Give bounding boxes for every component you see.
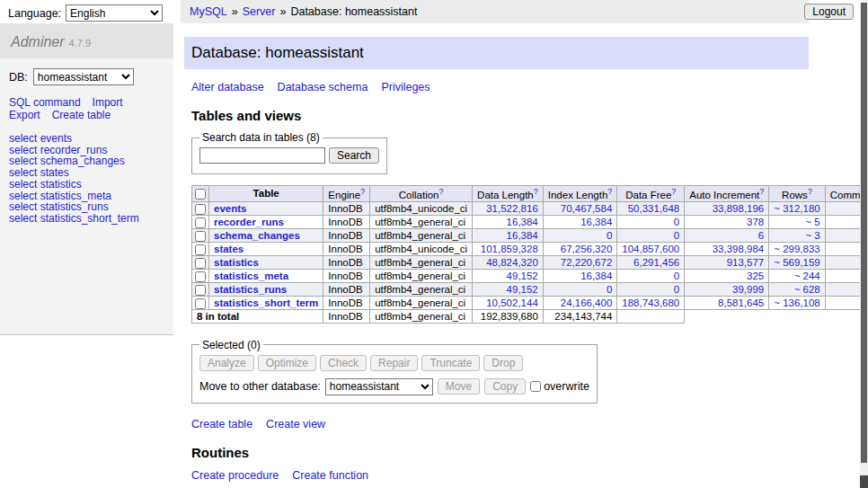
db-link-privileges[interactable]: Privileges xyxy=(381,81,430,93)
cell-rows-link[interactable]: ~ 3 xyxy=(805,230,819,241)
cell-data-free-cell: 188,743,680 xyxy=(617,296,685,309)
cell-data-length-link[interactable]: 49,152 xyxy=(507,284,538,295)
breadcrumb-server-link[interactable]: Server xyxy=(243,5,276,18)
cell-data-free-link[interactable]: 6,291,456 xyxy=(633,257,679,268)
truncate-button[interactable]: Truncate xyxy=(421,355,480,371)
move-db-select[interactable]: homeassistant xyxy=(325,378,433,395)
analyze-button[interactable]: Analyze xyxy=(199,355,254,371)
cell-auto-increment-link[interactable]: 39,999 xyxy=(732,284,764,295)
row-checkbox-statistics-short-term[interactable] xyxy=(195,298,206,309)
cell-data-free-link[interactable]: 104,857,600 xyxy=(622,244,679,254)
row-checkbox-statistics[interactable] xyxy=(195,258,206,269)
scrollbar-thumb[interactable] xyxy=(861,3,867,463)
overwrite-checkbox[interactable] xyxy=(530,381,541,392)
cell-index-length-link[interactable]: 67,256,320 xyxy=(561,244,613,254)
sidebar-select-statistics-short-term[interactable]: select statistics_short_term xyxy=(9,212,139,225)
cell-index-length-link[interactable]: 16,384 xyxy=(580,271,612,281)
create-links: Create tableCreate view xyxy=(191,418,802,430)
cell-rows-link[interactable]: ~ 136,108 xyxy=(774,297,819,308)
overwrite-option[interactable]: overwrite xyxy=(530,380,589,393)
scrollbar-down-button[interactable] xyxy=(860,475,868,488)
column-help-link[interactable]: ? xyxy=(534,187,538,196)
cell-auto-increment-link[interactable]: 6 xyxy=(758,230,764,241)
table-link-recorder-runs[interactable]: recorder_runs xyxy=(214,217,284,227)
breadcrumb-mysql-link[interactable]: MySQL xyxy=(190,5,227,18)
cell-index-length-link[interactable]: 0 xyxy=(607,230,612,241)
column-help-link[interactable]: ? xyxy=(438,187,443,196)
cell-auto-increment-link[interactable]: 378 xyxy=(747,217,764,227)
column-help-link[interactable]: ? xyxy=(808,187,812,196)
cell-data-free-link[interactable]: 0 xyxy=(674,230,679,241)
link-create-view[interactable]: Create view xyxy=(266,418,325,430)
cell-index-length-link[interactable]: 24,166,400 xyxy=(561,297,613,308)
cell-data-length-link[interactable]: 10,502,144 xyxy=(486,297,538,308)
move-button[interactable]: Move xyxy=(438,378,480,395)
search-input[interactable] xyxy=(199,147,325,164)
cell-data-free-link[interactable]: 188,743,680 xyxy=(622,297,679,308)
link-create-procedure[interactable]: Create procedure xyxy=(191,469,279,482)
cell-index-length-link[interactable]: 70,467,584 xyxy=(561,203,613,214)
row-checkbox-statistics-meta[interactable] xyxy=(195,271,206,282)
cell-rows-link[interactable]: ~ 312,180 xyxy=(774,203,819,214)
cell-data-length-link[interactable]: 101,859,328 xyxy=(481,244,538,254)
row-checkbox-statistics-runs[interactable] xyxy=(195,285,206,296)
column-help-link[interactable]: ? xyxy=(607,187,612,196)
table-link-events[interactable]: events xyxy=(214,203,246,214)
vertical-scrollbar[interactable] xyxy=(860,0,868,488)
cell-index-length-link[interactable]: 0 xyxy=(607,284,612,295)
sidebar-link-import[interactable]: Import xyxy=(93,97,123,109)
cell-data-free-link[interactable]: 50,331,648 xyxy=(628,203,680,214)
select-all-checkbox[interactable] xyxy=(195,189,206,200)
logout-button[interactable]: Logout xyxy=(804,4,854,20)
table-link-statistics-short-term[interactable]: statistics_short_term xyxy=(214,297,318,308)
cell-data-free-link[interactable]: 0 xyxy=(674,284,679,295)
db-link-database-schema[interactable]: Database schema xyxy=(278,81,368,93)
cell-auto-increment-link[interactable]: 33,398,984 xyxy=(713,244,765,254)
cell-rows-link[interactable]: ~ 299,833 xyxy=(774,244,819,254)
cell-data-length-link[interactable]: 16,384 xyxy=(507,230,538,241)
optimize-button[interactable]: Optimize xyxy=(258,355,316,371)
table-link-states[interactable]: states xyxy=(214,244,244,254)
table-link-statistics-runs[interactable]: statistics_runs xyxy=(214,284,287,295)
cell-auto-increment-link[interactable]: 913,577 xyxy=(727,257,765,268)
cell-auto-increment-link[interactable]: 325 xyxy=(747,271,764,281)
sidebar-link-create-table[interactable]: Create table xyxy=(52,110,111,121)
table-link-statistics-meta[interactable]: statistics_meta xyxy=(214,271,288,281)
sidebar-link-export[interactable]: Export xyxy=(9,110,40,121)
cell-rows-link[interactable]: ~ 569,159 xyxy=(774,257,819,268)
column-help-link[interactable]: ? xyxy=(759,187,764,196)
cell-data-free-link[interactable]: 0 xyxy=(674,217,679,227)
cell-rows-link[interactable]: ~ 628 xyxy=(794,284,820,295)
cell-auto-increment-link[interactable]: 33,898,196 xyxy=(713,203,765,214)
column-help-link[interactable]: ? xyxy=(671,187,676,196)
link-create-function[interactable]: Create function xyxy=(292,469,368,482)
table-link-statistics[interactable]: statistics xyxy=(214,257,259,268)
check-button[interactable]: Check xyxy=(320,355,367,371)
db-link-alter-database[interactable]: Alter database xyxy=(191,81,264,93)
cell-data-free-link[interactable]: 0 xyxy=(674,271,679,281)
cell-rows-link[interactable]: ~ 244 xyxy=(794,271,820,281)
cell-data-length-link[interactable]: 49,152 xyxy=(507,271,538,281)
row-checkbox-schema-changes[interactable] xyxy=(195,231,206,242)
cell-data-length-link[interactable]: 16,384 xyxy=(507,217,538,227)
language-select[interactable]: English xyxy=(66,4,163,22)
cell-auto-increment-link[interactable]: 8,581,645 xyxy=(718,297,764,308)
sidebar-link-sql-command[interactable]: SQL command xyxy=(9,97,81,109)
cell-index-length-link[interactable]: 16,384 xyxy=(580,217,612,227)
column-help-link[interactable]: ? xyxy=(360,187,365,196)
search-button[interactable]: Search xyxy=(329,147,379,164)
row-checkbox-recorder-runs[interactable] xyxy=(195,217,206,228)
link-create-table[interactable]: Create table xyxy=(191,418,252,430)
cell-rows-link[interactable]: ~ 5 xyxy=(805,217,819,227)
move-label: Move to other database: xyxy=(199,380,321,393)
repair-button[interactable]: Repair xyxy=(370,355,418,371)
row-checkbox-events[interactable] xyxy=(195,204,206,215)
db-select[interactable]: homeassistant xyxy=(33,68,134,85)
drop-button[interactable]: Drop xyxy=(483,355,523,371)
table-link-schema-changes[interactable]: schema_changes xyxy=(214,230,300,241)
cell-data-length-link[interactable]: 48,824,320 xyxy=(486,257,538,268)
cell-index-length-link[interactable]: 72,220,672 xyxy=(561,257,613,268)
cell-data-length-link[interactable]: 31,522,816 xyxy=(486,203,538,214)
row-checkbox-states[interactable] xyxy=(195,244,206,255)
copy-button[interactable]: Copy xyxy=(484,378,526,395)
